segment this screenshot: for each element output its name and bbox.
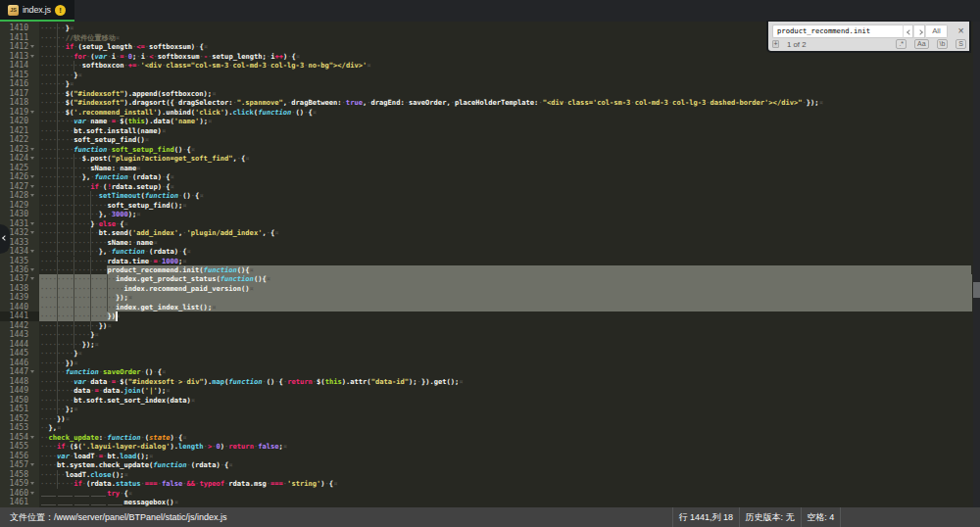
code-area[interactable]: ······}¤······//软件位置移动¤······if·(setup_l… — [39, 22, 980, 507]
fold-toggle-icon[interactable] — [30, 268, 34, 271]
cursor-position: 行 1441,列 18 — [672, 507, 739, 527]
code-line[interactable]: ········var·data·=·$("#indexsoft·>·div")… — [40, 377, 464, 386]
status-bar: 文件位置：/www/server/panel/BTPanel/static/js… — [0, 507, 980, 527]
text-cursor — [116, 311, 118, 320]
scrollbar-thumb[interactable] — [973, 282, 980, 298]
code-line[interactable]: ······})¤ — [40, 359, 77, 367]
code-line[interactable]: ··········$.post("plugin?action=get_soft… — [40, 154, 250, 163]
code-line[interactable]: ······$('.recommend_install').unbind('cl… — [40, 108, 317, 117]
fold-toggle-icon[interactable] — [30, 463, 34, 466]
code-line[interactable]: ········}¤ — [40, 71, 82, 79]
code-line[interactable]: ··········softboxcon·+=·'<div·class="col… — [40, 61, 371, 70]
code-line[interactable]: ············}¤ — [40, 330, 99, 339]
code-line[interactable]: ··············},·3000);¤ — [40, 210, 141, 218]
code-line[interactable]: ················soft_setup_find();¤ — [40, 201, 187, 210]
code-line[interactable]: ······$("#indexsoft").dragsort({·dragSel… — [40, 98, 823, 107]
tab-bar: JS index.js ! — [0, 0, 980, 22]
code-line[interactable]: ········for·(var·i·=·0;·i·<·softboxsum·-… — [40, 52, 300, 61]
search-options: .* Aa \b S — [893, 39, 966, 57]
search-input[interactable] — [772, 24, 903, 38]
fold-toggle-icon[interactable] — [30, 436, 34, 439]
code-line[interactable]: ········if·(rdata.status·===·false·&&·ty… — [40, 479, 337, 488]
code-line[interactable]: ········bt.soft.install(name)¤ — [40, 126, 166, 135]
js-file-icon: JS — [8, 5, 19, 16]
code-line[interactable]: ········soft_setup_find()¤ — [40, 135, 149, 144]
gutter-line-number[interactable]: 1461 — [0, 498, 39, 506]
find-previous-button[interactable] — [903, 24, 913, 38]
code-line[interactable]: ··············bt.send('add_index',·'plug… — [40, 228, 279, 237]
code-line[interactable]: ··············})¤ — [40, 321, 112, 330]
code-line[interactable]: messagebox()¤ — [40, 498, 178, 506]
fold-toggle-icon[interactable] — [30, 370, 34, 373]
code-line[interactable]: ········function·soft_setup_find()·{¤ — [40, 145, 195, 154]
code-line[interactable]: ··················});¤ — [40, 293, 132, 302]
code-line[interactable]: ············if·(!rdata.setup)·{¤ — [40, 182, 174, 191]
code-line[interactable]: ··················index.get_product_stat… — [40, 274, 270, 283]
code-line[interactable]: ··············setTimeout(function·()·{¤ — [40, 191, 204, 200]
file-location-label: 文件位置： — [10, 512, 54, 522]
bt-panel-file-editor: JS index.js ! 14101411141214131414141514… — [0, 0, 980, 527]
code-line[interactable]: ····if·($('.layui-layer-dialog').length·… — [40, 442, 287, 451]
code-line[interactable]: ······$("#indexsoft").append(softboxcon)… — [40, 89, 216, 98]
code-line[interactable]: ··············},·function·(rdata)·{¤ — [40, 247, 191, 256]
close-search-icon[interactable]: × — [956, 25, 966, 36]
fold-toggle-icon[interactable] — [30, 222, 34, 225]
fold-toggle-icon[interactable] — [30, 277, 34, 280]
code-line[interactable]: ··check_update:·function·(state)·{¤ — [40, 433, 187, 442]
fold-toggle-icon[interactable] — [30, 148, 34, 151]
code-line[interactable]: try·{¤ — [40, 489, 132, 498]
chevron-left-icon — [2, 235, 8, 241]
tab-indexjs[interactable]: JS index.js ! — [0, 0, 74, 22]
fold-toggle-icon[interactable] — [30, 492, 34, 495]
fold-toggle-icon[interactable] — [30, 482, 34, 485]
vertical-scrollbar[interactable] — [973, 22, 980, 507]
code-line[interactable]: ······loadT.close();¤ — [40, 470, 128, 479]
code-line[interactable]: ····················index.recommend_paid… — [40, 284, 254, 293]
code-line[interactable]: ················sName:·name¤ — [40, 238, 158, 247]
code-line[interactable]: ··········});¤ — [40, 340, 99, 349]
fold-toggle-icon[interactable] — [30, 45, 34, 48]
code-line[interactable]: ················product_recommend.init(f… — [40, 265, 254, 274]
regexp-option-button[interactable]: .* — [896, 39, 906, 50]
code-line[interactable]: ········}¤ — [40, 349, 82, 358]
code-line[interactable]: ········data·=·data.join('|');¤ — [40, 386, 171, 395]
fold-toggle-icon[interactable] — [30, 250, 34, 253]
code-line[interactable]: ······if·(setup_length·<=·softboxsum)·{¤ — [40, 42, 208, 51]
whole-word-option-button[interactable]: \b — [937, 39, 949, 50]
code-editor[interactable]: 1410141114121413141414151416141714181419… — [0, 22, 980, 507]
code-line[interactable]: ····var·loadT·=·bt.load();¤ — [40, 452, 153, 460]
sidebar-collapse-toggle[interactable] — [0, 224, 10, 254]
fold-toggle-icon[interactable] — [30, 231, 34, 234]
fold-toggle-icon[interactable] — [30, 185, 34, 188]
code-line[interactable]: ······function·saveOrder·()·{¤ — [40, 367, 166, 376]
code-line[interactable]: ······}¤ — [40, 79, 74, 88]
code-line[interactable]: ··},¤ — [40, 423, 61, 432]
fold-toggle-icon[interactable] — [30, 111, 34, 114]
unsaved-warning-icon: ! — [55, 5, 66, 16]
code-line[interactable]: ··················index.get_index_list()… — [40, 303, 216, 311]
fold-toggle-icon[interactable] — [30, 55, 34, 58]
code-line[interactable]: ····bt.system.check_update(function·(rda… — [40, 460, 233, 469]
search-in-selection-option-button[interactable]: S — [956, 39, 966, 50]
history-version: 历史版本: 无 — [739, 507, 801, 527]
code-lines: ······}¤······//软件位置移动¤······if·(setup_l… — [40, 22, 980, 507]
spaces-setting: 空格: 4 — [801, 507, 842, 527]
fold-toggle-icon[interactable] — [30, 194, 34, 197]
code-line[interactable]: ··········},·function·(rdata)·{¤ — [40, 172, 174, 181]
code-line[interactable]: ······};¤ — [40, 405, 77, 413]
code-line[interactable]: ········var·name·=·$(this).data('name');… — [40, 117, 212, 125]
code-line[interactable]: ················})¤ — [40, 311, 120, 320]
code-line[interactable]: ············}·else·{¤ — [40, 219, 128, 228]
code-line[interactable]: ····})¤ — [40, 414, 70, 423]
case-sensitive-option-button[interactable]: Aa — [914, 39, 929, 50]
find-all-button[interactable]: All — [925, 24, 948, 38]
code-line[interactable]: ······//软件位置移动¤ — [40, 33, 120, 42]
fold-toggle-icon[interactable] — [30, 157, 34, 160]
toggle-replace-button[interactable]: + — [772, 40, 779, 48]
code-line[interactable]: ········bt.soft.set_sort_index(data)¤ — [40, 396, 195, 405]
code-line[interactable]: ················rdata.time·=·1000;¤ — [40, 257, 187, 265]
find-next-button[interactable] — [913, 24, 925, 38]
fold-toggle-icon[interactable] — [30, 175, 34, 178]
code-line[interactable]: ············sName:·name¤ — [40, 164, 141, 172]
code-line[interactable]: ······}¤ — [40, 24, 74, 32]
